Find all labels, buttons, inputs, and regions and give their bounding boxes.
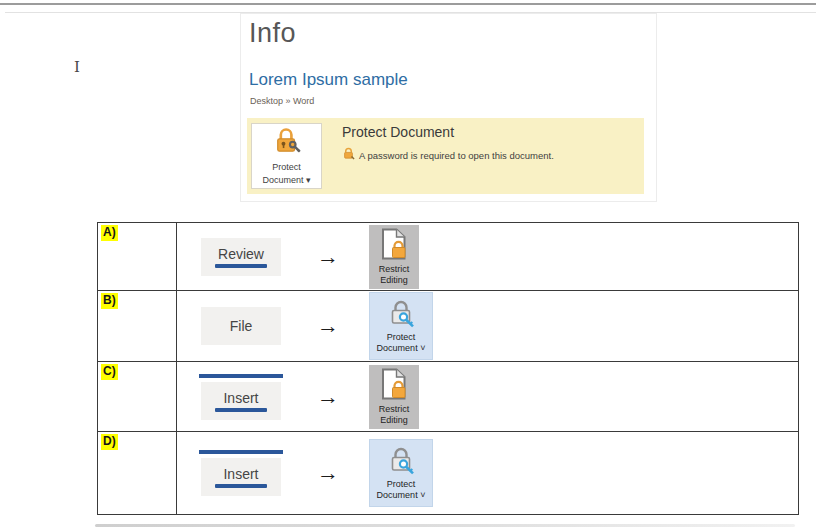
screenshot-root: I Info Lorem Ipsum sample Desktop » Word <box>0 0 816 530</box>
option-row-c[interactable]: C) Insert → <box>98 361 798 431</box>
option-letter: C) <box>101 364 118 380</box>
option-letter: D) <box>101 434 118 450</box>
tab-label: Insert <box>223 390 258 406</box>
option-content: Insert → Restrict Edit <box>177 362 798 431</box>
protect-document-button[interactable]: Protect Document ▾ <box>251 123 322 189</box>
tab-label: File <box>230 318 253 334</box>
option-row-d[interactable]: D) Insert → <box>98 431 798 514</box>
tab-label: Insert <box>223 466 258 482</box>
arrow-glyph: → <box>305 313 351 339</box>
option-letter-cell: A) <box>98 223 177 290</box>
protect-button-label-line2: Document ▾ <box>262 175 310 186</box>
tab-area: File <box>201 307 281 345</box>
arrow-glyph: → <box>305 384 351 410</box>
icon-label-line2: Document ˅ <box>377 343 426 354</box>
arrow-glyph: → <box>305 244 351 270</box>
option-content: Insert → Protect <box>177 432 798 514</box>
option-letter-cell: B) <box>98 291 177 361</box>
restrict-editing-button[interactable]: Restrict Editing <box>369 365 419 429</box>
tab-top-line <box>199 450 283 454</box>
icon-label-line2: Editing <box>380 275 408 286</box>
restrict-editing-button[interactable]: Restrict Editing <box>369 225 419 289</box>
icon-label-line1: Protect <box>387 332 416 343</box>
option-letter-cell: D) <box>98 432 177 514</box>
tab-underline <box>215 264 267 268</box>
option-row-b[interactable]: B) File → <box>98 290 798 361</box>
password-required-text: A password is required to open this docu… <box>359 150 554 161</box>
document-lock-icon <box>381 228 407 264</box>
icon-label-line1: Protect <box>387 479 416 490</box>
protect-button-label-line1: Protect <box>272 162 301 173</box>
tab-area: Insert <box>201 374 281 420</box>
small-lock-key-icon <box>342 146 355 164</box>
icon-label-line2: Document ˅ <box>377 490 426 501</box>
document-title: Lorem Ipsum sample <box>249 70 408 90</box>
tab-insert[interactable]: Insert <box>201 458 281 496</box>
bottom-shadow-artifact <box>95 524 795 527</box>
option-letter: A) <box>101 225 118 241</box>
protect-section-message: A password is required to open this docu… <box>342 146 554 164</box>
icon-label-line1: Restrict <box>379 404 410 415</box>
protect-section-heading: Protect Document <box>342 124 454 140</box>
tab-area: Review <box>201 238 281 276</box>
option-content: Review → Restrict Edit <box>177 223 798 290</box>
text-cursor: I <box>74 58 80 76</box>
lock-key-blue-icon <box>386 298 416 332</box>
lock-key-blue-icon <box>386 445 416 479</box>
document-lock-icon <box>381 368 407 404</box>
lock-key-icon <box>272 126 302 160</box>
option-content: File → Protect Docum <box>177 291 798 361</box>
info-panel: Info Lorem Ipsum sample Desktop » Word P <box>240 13 657 202</box>
protect-document-ribbon-button[interactable]: Protect Document ˅ <box>369 292 433 360</box>
tab-underline <box>215 484 267 488</box>
answer-options-table: A) Review → <box>97 222 799 515</box>
tab-underline <box>215 408 267 412</box>
option-letter: B) <box>101 293 118 309</box>
tab-label: Review <box>218 246 264 262</box>
breadcrumb: Desktop » Word <box>250 96 314 106</box>
icon-label-line2: Editing <box>380 415 408 426</box>
option-row-a[interactable]: A) Review → <box>98 223 798 290</box>
tab-top-line <box>199 374 283 378</box>
tab-review[interactable]: Review <box>201 238 281 276</box>
tab-area: Insert <box>201 450 281 496</box>
tab-file[interactable]: File <box>201 307 281 345</box>
option-letter-cell: C) <box>98 362 177 431</box>
tab-insert[interactable]: Insert <box>201 382 281 420</box>
protect-document-section: Protect Document ▾ Protect Document A pa… <box>247 118 644 194</box>
protect-document-ribbon-button[interactable]: Protect Document ˅ <box>369 439 433 507</box>
arrow-glyph: → <box>305 460 351 486</box>
icon-label-line1: Restrict <box>379 264 410 275</box>
window-top-border <box>0 3 816 5</box>
page-title: Info <box>249 18 296 49</box>
